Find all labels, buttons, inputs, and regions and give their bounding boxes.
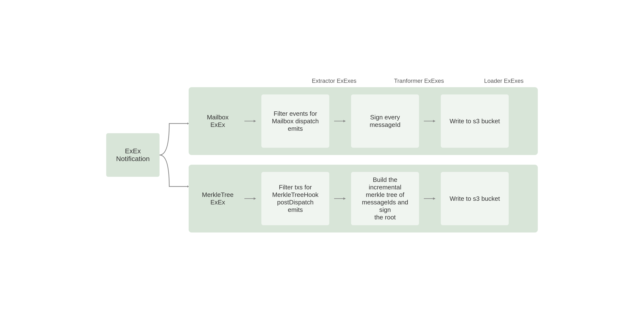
merkletree-loader-box: Write to s3 bucket	[441, 172, 509, 225]
pipeline-merkletree: MerkleTree ExEx Filter txs for MerkleTre…	[189, 165, 538, 233]
merkletree-exex-label: MerkleTree ExEx	[202, 191, 234, 206]
svg-marker-3	[254, 120, 256, 122]
pipelines-list: Mailbox ExEx Filter events for Mailbox d…	[189, 87, 538, 233]
arrow-mailbox-to-extractor	[244, 117, 256, 125]
mailbox-loader-label: Write to s3 bucket	[450, 117, 500, 125]
svg-marker-13	[433, 197, 436, 200]
mailbox-extractor-box: Filter events for Mailbox dispatch emits	[262, 94, 329, 148]
transformer-header: Tranformer ExExes	[385, 77, 453, 84]
diagram-container: ExEx Notification Extractor ExExes Tranf…	[106, 77, 538, 233]
column-headers: Extractor ExExes Tranformer ExExes Loade…	[189, 77, 538, 84]
merkletree-loader-label: Write to s3 bucket	[450, 195, 500, 203]
svg-marker-9	[254, 197, 256, 200]
arrow-merkletree-to-extractor	[244, 195, 256, 202]
pipeline-mailbox: Mailbox ExEx Filter events for Mailbox d…	[189, 87, 538, 155]
arrow-merkletree-to-transformer	[334, 195, 346, 202]
svg-marker-1	[188, 185, 189, 188]
mailbox-transformer-box: Sign every messageId	[351, 94, 419, 148]
branch-connector	[160, 99, 189, 211]
extractor-header: Extractor ExExes	[300, 77, 368, 84]
svg-marker-11	[343, 197, 346, 200]
merkletree-extractor-box: Filter txs for MerkleTreeHook postDispat…	[262, 172, 329, 225]
merkletree-transformer-box: Build the incremental merkle tree of mes…	[351, 172, 419, 225]
arrow-mailbox-to-loader	[424, 117, 436, 125]
mailbox-loader-box: Write to s3 bucket	[441, 94, 509, 148]
svg-marker-7	[433, 120, 436, 122]
svg-marker-5	[343, 120, 346, 122]
svg-marker-0	[188, 122, 189, 125]
loader-header: Loader ExExes	[470, 77, 538, 84]
mailbox-exex-box: Mailbox ExEx	[196, 102, 240, 140]
mailbox-exex-label: Mailbox ExEx	[207, 114, 229, 129]
arrow-merkletree-to-loader	[424, 195, 436, 202]
merkletree-extractor-label: Filter txs for MerkleTreeHook postDispat…	[272, 184, 318, 214]
mailbox-transformer-label: Sign every messageId	[370, 114, 400, 129]
source-label: ExEx Notification	[116, 147, 150, 163]
source-node: ExEx Notification	[106, 133, 160, 177]
pipelines-section: Extractor ExExes Tranformer ExExes Loade…	[189, 77, 538, 233]
merkletree-transformer-label: Build the incremental merkle tree of mes…	[356, 176, 414, 221]
merkletree-exex-box: MerkleTree ExEx	[196, 179, 240, 218]
arrow-mailbox-to-transformer	[334, 117, 346, 125]
mailbox-extractor-label: Filter events for Mailbox dispatch emits	[272, 110, 319, 132]
